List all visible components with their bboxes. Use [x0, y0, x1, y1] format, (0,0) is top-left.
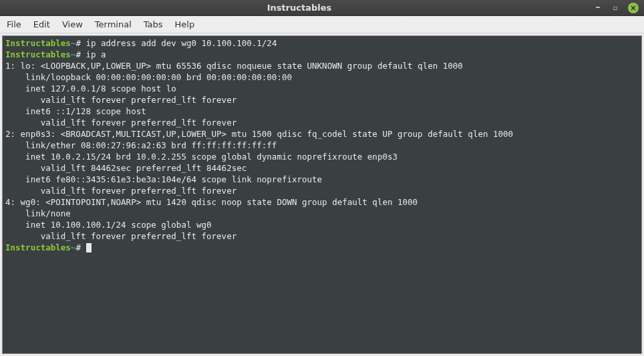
prompt-line-1: Instructables~# ip address add dev wg0 1…	[5, 37, 639, 49]
output-line: 2: enp0s3: <BROADCAST,MULTICAST,UP,LOWER…	[5, 128, 639, 140]
menu-edit[interactable]: Edit	[33, 19, 50, 29]
output-line: valid_lft forever preferred_lft forever	[5, 230, 639, 242]
output-line: inet 10.0.2.15/24 brd 10.0.2.255 scope g…	[5, 151, 639, 162]
prompt-host: Instructables	[5, 38, 71, 48]
output-line: 4: wg0: <POINTOPOINT,NOARP> mtu 1420 qdi…	[5, 196, 639, 208]
command-1: ip address add dev wg0 10.100.100.1/24	[86, 38, 277, 48]
maximize-icon[interactable]	[611, 3, 620, 13]
output-line: valid_lft forever preferred_lft forever	[5, 117, 639, 128]
menu-tabs[interactable]: Tabs	[144, 19, 163, 29]
terminal-wrapper: Instructables~# ip address add dev wg0 1…	[0, 33, 644, 356]
titlebar[interactable]: Instructables	[0, 0, 644, 16]
prompt-symbol: #	[75, 49, 81, 59]
output-line: inet 127.0.0.1/8 scope host lo	[5, 83, 639, 94]
prompt-host: Instructables	[5, 242, 71, 252]
menu-terminal[interactable]: Terminal	[95, 19, 132, 29]
output-line: link/ether 08:00:27:96:a2:63 brd ff:ff:f…	[5, 140, 639, 151]
menu-view[interactable]: View	[62, 19, 83, 29]
prompt-host: Instructables	[5, 49, 71, 59]
menu-file[interactable]: File	[7, 19, 21, 29]
menubar: File Edit View Terminal Tabs Help	[0, 16, 644, 33]
prompt-symbol: #	[75, 242, 81, 252]
output-line: link/loopback 00:00:00:00:00:00 brd 00:0…	[5, 71, 639, 83]
terminal-viewport[interactable]: Instructables~# ip address add dev wg0 1…	[2, 35, 642, 354]
window-controls	[593, 3, 639, 13]
close-icon[interactable]	[628, 3, 639, 13]
output-line: inet 10.100.100.1/24 scope global wg0	[5, 219, 639, 230]
terminal-window: Instructables File Edit View Terminal Ta…	[0, 0, 644, 356]
output-line: inet6 ::1/128 scope host	[5, 106, 639, 117]
cursor-icon	[86, 243, 92, 252]
output-line: valid_lft forever preferred_lft forever	[5, 94, 639, 106]
window-title: Instructables	[5, 3, 593, 13]
output-line: valid_lft 84462sec preferred_lft 84462se…	[5, 162, 639, 174]
output-line: valid_lft forever preferred_lft forever	[5, 185, 639, 196]
output-line: link/none	[5, 208, 639, 219]
minimize-icon[interactable]	[593, 3, 603, 13]
prompt-symbol: #	[75, 38, 81, 48]
output-line: 1: lo: <LOOPBACK,UP,LOWER_UP> mtu 65536 …	[5, 60, 639, 71]
output-line: inet6 fe80::3435:61e3:be3a:104e/64 scope…	[5, 174, 639, 185]
prompt-line-2: Instructables~# ip a	[5, 49, 639, 60]
menu-help[interactable]: Help	[175, 19, 195, 29]
command-2: ip a	[86, 49, 106, 59]
prompt-line-3: Instructables~#	[5, 242, 639, 253]
